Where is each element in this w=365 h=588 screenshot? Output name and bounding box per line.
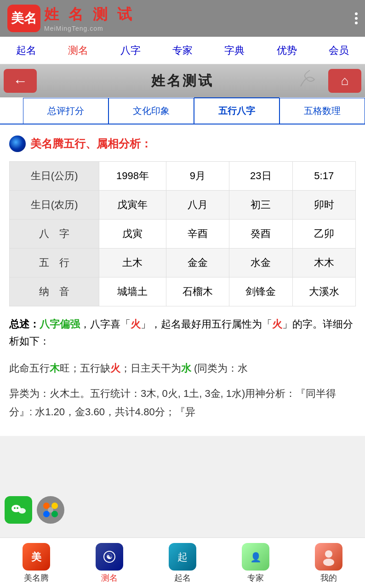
cell-gongli-year: 1998年 [99, 162, 166, 191]
tab-zongping[interactable]: 总评打分 [23, 98, 108, 124]
summary-fire2: 火 [272, 318, 282, 330]
nav-item-youshi[interactable]: 优势 [271, 40, 302, 61]
summary-text2: 」，起名最好用五行属性为「 [141, 318, 272, 330]
label-nayin: 纳 音 [10, 277, 99, 306]
cell-nongli-time: 卯时 [292, 191, 356, 220]
tab-wuxing[interactable]: 五行八字 [194, 97, 279, 124]
nav-item-bazi[interactable]: 八字 [115, 40, 146, 61]
back-arrow-icon: ← [13, 73, 28, 90]
menu-dots[interactable] [355, 12, 358, 24]
home-button[interactable]: ⌂ [328, 69, 361, 93]
summary-strong: 八字偏强 [40, 318, 80, 330]
svg-text:👤: 👤 [250, 552, 261, 563]
cell-gongli-day: 23日 [229, 162, 292, 191]
body-text-2: 异类为：火木土。五行统计：3木, 0火, 1土, 3金, 1水)用神分析：『同半… [9, 384, 356, 421]
svg-point-8 [48, 507, 53, 513]
summary-text1: ，八字喜「 [80, 318, 131, 330]
highlight-mu: 木 [50, 362, 60, 374]
bottom-nav-wode[interactable]: 我的 [292, 543, 365, 583]
bottom-icon-qiming: 起 [169, 543, 196, 571]
bottom-nav-zhuanjia[interactable]: 👤 专家 [219, 543, 292, 583]
nav-bar: 起名 测名 八字 专家 字典 优势 会员 [0, 37, 365, 64]
cell-bazi-1: 戊寅 [99, 220, 166, 249]
svg-point-3 [17, 507, 18, 509]
label-wuxing: 五 行 [10, 249, 99, 277]
bottom-icon-cename: ☯ [96, 543, 123, 571]
cell-wuxing-1: 土木 [99, 249, 166, 277]
svg-text:起: 起 [177, 551, 188, 563]
main-content: 美名腾五行、属相分析： 生日(公历) 1998年 9月 23日 5:17 生日(… [0, 124, 365, 436]
cell-bazi-2: 辛酉 [166, 220, 229, 249]
cell-nongli-year: 戊寅年 [99, 191, 166, 220]
wechat-float-button[interactable] [5, 496, 32, 524]
tab-wenhua[interactable]: 文化印象 [108, 98, 194, 124]
decoration [291, 68, 319, 95]
cell-gongli-month: 9月 [166, 162, 229, 191]
cell-gongli-time: 5:17 [292, 162, 356, 191]
bazi-table: 生日(公历) 1998年 9月 23日 5:17 生日(农历) 戊寅年 八月 初… [9, 161, 356, 306]
bottom-label-zhuanjia: 专家 [247, 572, 264, 583]
logo-main: 姓 名 测 试 [44, 5, 135, 25]
page-title: 姓名测试 [151, 72, 214, 90]
table-row: 生日(公历) 1998年 9月 23日 5:17 [10, 162, 356, 191]
body-text-1: 此命五行木旺；五行缺火；日主天干为水 (同类为：水 [9, 359, 356, 378]
logo: 美名 姓 名 测 试 MeiMingTeng.com [7, 5, 135, 32]
cell-wuxing-4: 木木 [292, 249, 356, 277]
bottom-nav-cename[interactable]: ☯ 测名 [73, 543, 146, 583]
bottom-icon-zhuanjia: 👤 [242, 543, 269, 571]
logo-icon-char: 美名 [11, 10, 37, 27]
cell-nayin-4: 大溪水 [292, 277, 356, 306]
back-button[interactable]: ← [4, 69, 37, 93]
camera-float-button[interactable] [37, 496, 64, 524]
logo-text: 姓 名 测 试 MeiMingTeng.com [44, 5, 135, 32]
table-row: 纳 音 城墙土 石榴木 剑锋金 大溪水 [10, 277, 356, 306]
bottom-label-meimingteng: 美名腾 [24, 572, 49, 583]
tab-bar: 总评打分 文化印象 五行八字 五格数理 [0, 97, 365, 124]
section-title: 美名腾五行、属相分析： [30, 136, 152, 151]
cell-wuxing-2: 金金 [166, 249, 229, 277]
summary-fire1: 火 [131, 318, 141, 330]
bottom-icon-meimingteng: 美 [23, 543, 50, 571]
cell-nayin-1: 城墙土 [99, 277, 166, 306]
svg-point-2 [14, 507, 16, 509]
label-bazi: 八 字 [10, 220, 99, 249]
highlight-fire: 火 [110, 362, 120, 374]
nav-item-zidian[interactable]: 字典 [219, 40, 250, 61]
nav-item-zhuanjia[interactable]: 专家 [167, 40, 198, 61]
table-row: 八 字 戊寅 辛酉 癸酉 乙卯 [10, 220, 356, 249]
highlight-shui: 水 [181, 362, 191, 374]
svg-point-19 [325, 550, 332, 558]
bottom-nav-qiming[interactable]: 起 起名 [146, 543, 219, 583]
logo-sub: MeiMingTeng.com [44, 25, 135, 32]
tab-wuge[interactable]: 五格数理 [279, 98, 365, 124]
summary-label: 总述： [9, 318, 40, 330]
svg-text:☯: ☯ [106, 553, 113, 560]
cell-nayin-2: 石榴木 [166, 277, 229, 306]
label-nongli: 生日(农历) [10, 191, 99, 220]
nav-item-qiming[interactable]: 起名 [11, 40, 42, 61]
summary-section: 总述：八字偏强，八字喜「火」，起名最好用五行属性为「火」的字。详细分析如下： [9, 316, 356, 350]
logo-icon: 美名 [7, 5, 40, 32]
wuxing-icon [9, 136, 26, 152]
label-gongli: 生日(公历) [10, 162, 99, 191]
cell-nayin-3: 剑锋金 [229, 277, 292, 306]
nav-item-cename[interactable]: 测名 [63, 40, 94, 61]
nav-item-huiyuan[interactable]: 会员 [323, 40, 354, 61]
table-row: 五 行 土木 金金 水金 木木 [10, 249, 356, 277]
page-header: ← 姓名测试 ⌂ [0, 64, 365, 97]
bottom-icon-wode [315, 543, 342, 571]
bottom-label-cename: 测名 [101, 572, 118, 583]
bottom-label-qiming: 起名 [174, 572, 191, 583]
cell-bazi-3: 癸酉 [229, 220, 292, 249]
svg-point-1 [18, 508, 26, 514]
cell-nongli-month: 八月 [166, 191, 229, 220]
cell-wuxing-3: 水金 [229, 249, 292, 277]
svg-point-20 [323, 559, 334, 566]
bottom-label-wode: 我的 [320, 572, 337, 583]
bottom-nav: 美 美名腾 ☯ 测名 起 起名 👤 [0, 537, 365, 588]
cell-nongli-day: 初三 [229, 191, 292, 220]
svg-text:美: 美 [31, 551, 42, 563]
bottom-nav-meimingteng[interactable]: 美 美名腾 [0, 543, 73, 583]
app-header: 美名 姓 名 测 试 MeiMingTeng.com [0, 0, 365, 37]
home-icon: ⌂ [341, 74, 349, 88]
